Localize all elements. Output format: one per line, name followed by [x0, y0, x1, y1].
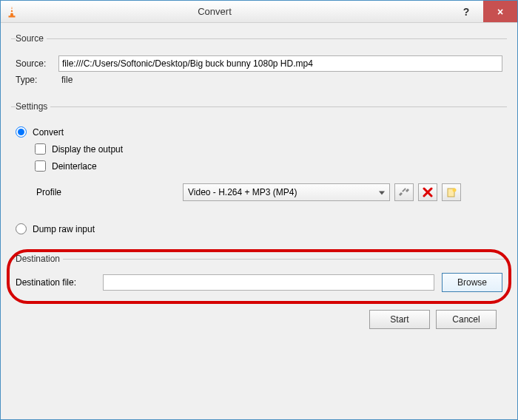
svg-rect-3 — [402, 188, 406, 192]
window-title: Convert — [24, 6, 405, 17]
new-profile-button[interactable] — [442, 183, 461, 201]
titlebar: Convert ? × — [1, 1, 517, 23]
browse-button[interactable]: Browse — [442, 273, 502, 292]
source-label: Source: — [16, 58, 58, 69]
source-legend: Source — [16, 33, 47, 44]
destination-file-input[interactable] — [103, 274, 434, 291]
dialog-footer: Start Cancel — [11, 305, 507, 329]
delete-profile-button[interactable] — [418, 183, 437, 201]
profile-value: Video - H.264 + MP3 (MP4) — [188, 187, 297, 197]
help-button[interactable]: ? — [449, 1, 483, 22]
close-button[interactable]: × — [483, 1, 517, 22]
vlc-cone-icon — [5, 5, 18, 18]
display-output-checkbox[interactable] — [35, 143, 46, 155]
svg-rect-2 — [9, 16, 16, 17]
convert-dialog: Convert ? × Source Source: Type: file Se… — [0, 0, 518, 420]
display-output-label: Display the output — [52, 144, 123, 155]
delete-x-icon — [423, 187, 433, 197]
convert-radio[interactable] — [16, 126, 27, 138]
convert-radio-label: Convert — [33, 127, 64, 138]
cancel-button[interactable]: Cancel — [436, 310, 497, 329]
window-buttons: ? × — [449, 1, 517, 22]
chevron-down-icon — [379, 192, 385, 195]
svg-rect-1 — [10, 12, 14, 13]
tools-icon — [398, 186, 410, 198]
deinterlace-label: Deinterlace — [52, 161, 97, 172]
type-value: file — [58, 75, 73, 85]
settings-group: Settings Convert Display the output Dein… — [11, 101, 507, 246]
profile-label: Profile — [35, 187, 87, 197]
dump-radio-label: Dump raw input — [33, 224, 95, 234]
dialog-content: Source Source: Type: file Settings Conve… — [1, 23, 517, 419]
destination-file-label: Destination file: — [16, 277, 95, 288]
svg-point-5 — [453, 189, 457, 192]
svg-rect-0 — [10, 9, 13, 10]
destination-group: Destination Destination file: Browse — [11, 254, 507, 298]
start-button[interactable]: Start — [369, 310, 430, 329]
dump-radio[interactable] — [16, 223, 27, 234]
type-label: Type: — [16, 75, 58, 85]
profile-dropdown[interactable]: Video - H.264 + MP3 (MP4) — [183, 183, 390, 201]
new-file-icon — [446, 187, 457, 197]
settings-legend: Settings — [16, 101, 50, 112]
edit-profile-button[interactable] — [394, 183, 414, 201]
destination-legend: Destination — [16, 254, 63, 264]
source-group: Source Source: Type: file — [11, 33, 507, 94]
deinterlace-checkbox[interactable] — [35, 160, 46, 172]
source-input[interactable] — [58, 55, 502, 72]
